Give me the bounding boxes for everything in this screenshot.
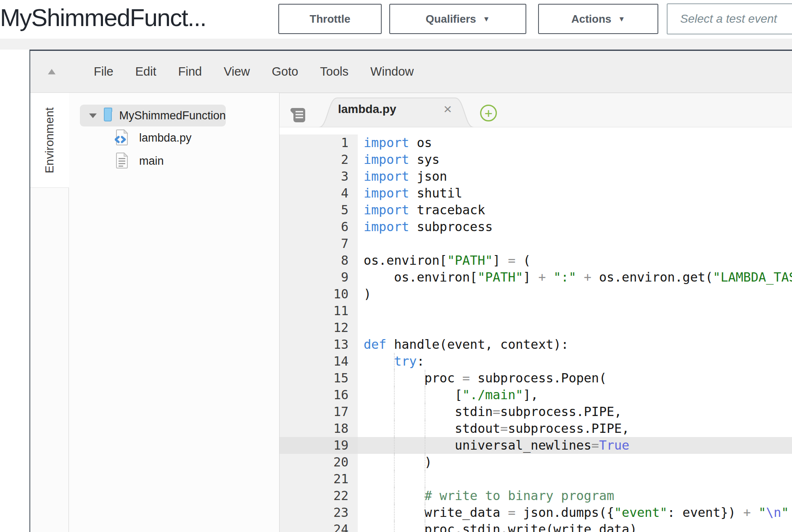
code-line-text: os.environ["PATH"] + ":" + os.environ.ge… bbox=[358, 269, 792, 286]
test-event-placeholder: Select a test event bbox=[680, 12, 777, 26]
line-number: 20 bbox=[280, 454, 358, 471]
code-line-text: stdin=subprocess.PIPE, bbox=[358, 403, 792, 420]
code-row-19[interactable]: 19 universal_newlines=True bbox=[280, 437, 792, 454]
indent-guide bbox=[425, 420, 425, 437]
actions-button[interactable]: Actions▼ bbox=[538, 4, 658, 34]
indent-guide bbox=[394, 353, 395, 370]
code-row-18[interactable]: 18 stdout=subprocess.PIPE, bbox=[280, 420, 792, 437]
code-line-text: ) bbox=[358, 454, 792, 471]
indent-guide bbox=[425, 387, 425, 403]
code-line-text bbox=[358, 319, 792, 336]
code-row-7[interactable]: 7 bbox=[280, 235, 792, 252]
active-tab-shape[interactable] bbox=[280, 93, 515, 128]
code-row-8[interactable]: 8os.environ["PATH"] = ( bbox=[280, 252, 792, 269]
tab-lambda-py[interactable]: lambda.py bbox=[338, 103, 396, 116]
indent-guide bbox=[425, 471, 425, 487]
code-row-5[interactable]: 5import traceback bbox=[280, 202, 792, 219]
add-tab-icon[interactable]: + bbox=[480, 105, 497, 121]
code-row-21[interactable]: 21 bbox=[280, 471, 792, 487]
line-number: 13 bbox=[280, 336, 358, 353]
line-number: 14 bbox=[280, 353, 358, 370]
code-line-text: import traceback bbox=[358, 202, 792, 219]
code-row-24[interactable]: 24 proc.stdin.write(write_data) bbox=[280, 521, 792, 532]
tree-file-lambda-py[interactable]: lambda.py bbox=[69, 126, 279, 150]
indent-guide bbox=[394, 403, 395, 420]
editor-menubar: FileEditFindViewGotoToolsWindow bbox=[30, 51, 792, 93]
tree-file-main[interactable]: main bbox=[69, 150, 279, 173]
qualifiers-button[interactable]: Qualifiers▼ bbox=[389, 4, 526, 34]
line-number: 21 bbox=[280, 471, 358, 487]
line-number: 8 bbox=[280, 252, 358, 269]
menu-item-edit[interactable]: Edit bbox=[135, 65, 156, 79]
button-label: Throttle bbox=[310, 13, 351, 26]
menu-item-window[interactable]: Window bbox=[370, 65, 414, 79]
code-line-text: stdout=subprocess.PIPE, bbox=[358, 420, 792, 437]
code-row-14[interactable]: 14 try: bbox=[280, 353, 792, 370]
code-row-15[interactable]: 15 proc = subprocess.Popen( bbox=[280, 370, 792, 387]
line-number: 1 bbox=[280, 134, 358, 151]
code-line-text bbox=[358, 471, 792, 487]
tree-folder-row[interactable]: MyShimmedFunction bbox=[80, 105, 226, 126]
menu-item-view[interactable]: View bbox=[224, 65, 250, 79]
line-number: 11 bbox=[280, 303, 358, 319]
code-row-3[interactable]: 3import json bbox=[280, 168, 792, 185]
menu-item-file[interactable]: File bbox=[94, 65, 114, 79]
code-row-17[interactable]: 17 stdin=subprocess.PIPE, bbox=[280, 403, 792, 420]
indent-guide bbox=[425, 504, 425, 521]
code-line-text: proc = subprocess.Popen( bbox=[358, 370, 792, 387]
line-number: 24 bbox=[280, 521, 358, 532]
code-row-2[interactable]: 2import sys bbox=[280, 151, 792, 168]
button-label: Qualifiers bbox=[426, 13, 476, 26]
lambda-console-page: MyShimmedFunct... ThrottleQualifiers▼Act… bbox=[0, 0, 792, 532]
code-row-11[interactable]: 11 bbox=[280, 303, 792, 319]
indent-guide bbox=[394, 454, 395, 471]
line-number: 12 bbox=[280, 319, 358, 336]
cloud9-editor-window: FileEditFindViewGotoToolsWindow Environm… bbox=[29, 50, 792, 532]
menubar-items: FileEditFindViewGotoToolsWindow bbox=[83, 65, 425, 79]
menu-item-find[interactable]: Find bbox=[178, 65, 202, 79]
code-row-10[interactable]: 10) bbox=[280, 286, 792, 303]
menu-item-tools[interactable]: Tools bbox=[320, 65, 348, 79]
close-tab-icon[interactable]: × bbox=[444, 101, 452, 117]
test-event-select[interactable]: Select a test event bbox=[667, 3, 792, 34]
collapse-panel-icon[interactable] bbox=[48, 69, 55, 74]
file-name: lambda.py bbox=[139, 132, 192, 145]
code-row-4[interactable]: 4import shutil bbox=[280, 185, 792, 202]
folder-name: MyShimmedFunction bbox=[119, 109, 226, 122]
code-row-13[interactable]: 13def handle(event, context): bbox=[280, 336, 792, 353]
indent-guide bbox=[394, 487, 395, 504]
indent-guide bbox=[394, 387, 395, 403]
tab-environment[interactable]: Environment bbox=[30, 93, 69, 188]
code-editor-area[interactable]: 1import os2import sys3import json4import… bbox=[280, 127, 792, 532]
code-row-22[interactable]: 22 # write to binary program bbox=[280, 487, 792, 504]
code-line-text: import subprocess bbox=[358, 219, 792, 235]
line-number: 23 bbox=[280, 504, 358, 521]
code-line-text: import json bbox=[358, 168, 792, 185]
dropdown-caret-icon: ▼ bbox=[618, 15, 625, 24]
code-row-16[interactable]: 16 ["./main"], bbox=[280, 387, 792, 403]
line-number: 2 bbox=[280, 151, 358, 168]
folder-icon bbox=[104, 110, 112, 121]
tree-expand-icon[interactable] bbox=[89, 113, 97, 118]
line-number: 22 bbox=[280, 487, 358, 504]
indent-guide bbox=[425, 521, 425, 532]
line-number: 10 bbox=[280, 286, 358, 303]
line-number: 9 bbox=[280, 269, 358, 286]
code-line-text: def handle(event, context): bbox=[358, 336, 792, 353]
code-row-12[interactable]: 12 bbox=[280, 319, 792, 336]
code-line-text: import shutil bbox=[358, 185, 792, 202]
code-file-icon bbox=[115, 129, 129, 147]
code-row-1[interactable]: 1import os bbox=[280, 134, 792, 151]
menu-item-goto[interactable]: Goto bbox=[272, 65, 298, 79]
code-row-6[interactable]: 6import subprocess bbox=[280, 219, 792, 235]
text-file-icon bbox=[115, 152, 129, 171]
throttle-button[interactable]: Throttle bbox=[278, 4, 382, 34]
code-row-23[interactable]: 23 write_data = json.dumps({"event": eve… bbox=[280, 504, 792, 521]
line-number: 19 bbox=[280, 437, 358, 454]
code-line-text: ["./main"], bbox=[358, 387, 792, 403]
code-row-20[interactable]: 20 ) bbox=[280, 454, 792, 471]
environment-tab-label: Environment bbox=[43, 107, 56, 173]
line-number: 5 bbox=[280, 202, 358, 219]
code-row-9[interactable]: 9 os.environ["PATH"] + ":" + os.environ.… bbox=[280, 269, 792, 286]
indent-guide bbox=[394, 471, 395, 487]
